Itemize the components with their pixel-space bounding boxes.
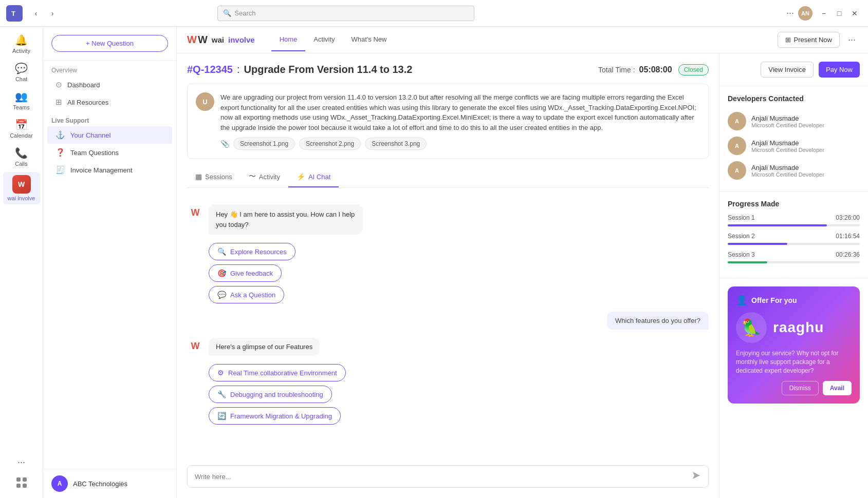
rail-item-calls[interactable]: 📞 Calls (3, 144, 40, 170)
title-bar-nav: ‹ › (29, 6, 60, 21)
app-nav: Home Activity What's New (271, 28, 395, 51)
explore-resources-button[interactable]: 🔍 Explore Resources (209, 243, 296, 260)
user-avatar[interactable]: AN (798, 6, 812, 21)
rail-item-waiinvolve[interactable]: W wai involve (3, 172, 40, 204)
question-id: #Q-12345 (187, 64, 233, 75)
realtime-button[interactable]: ⚙ Real Time collaborative Environment (209, 364, 346, 381)
present-icon: ⊞ (785, 36, 791, 44)
more-options-icon[interactable]: ··· (786, 8, 794, 18)
rail-item-calendar[interactable]: 📅 Calendar (3, 116, 40, 142)
wai-involve-icon: W (12, 175, 31, 194)
attachment-3[interactable]: Screenshot 3.png (365, 138, 427, 150)
progress-bar-bg-3 (728, 261, 860, 263)
total-time-value: 05:08:00 (639, 65, 672, 74)
bot-greeting-message: W Hey 👋 I am here to assist you. How can… (187, 204, 709, 235)
offer-card: 👤 Offer For you 🦜 raaghu Enjoying our se… (728, 286, 860, 404)
migration-button[interactable]: 🔄 Framework Migration & Upgrading (209, 407, 341, 425)
developer-item-1: A Anjali Musmade Microsoft Certified Dev… (728, 109, 860, 133)
rail-item-activity[interactable]: 🔔 Activity (3, 31, 40, 57)
progress-bar-fill-3 (728, 261, 767, 263)
give-feedback-button[interactable]: 🎯 Give feedback (209, 264, 282, 282)
chat-input-area (187, 465, 709, 488)
attachment-2[interactable]: Screenshot 2.png (299, 138, 361, 150)
developers-section: Developers Contacted A Anjali Musmade Mi… (719, 86, 868, 191)
ai-chat-tab-icon: ⚡ (297, 173, 305, 181)
question-user-avatar: U (196, 92, 214, 111)
maximize-button[interactable]: □ (832, 6, 846, 21)
anchor-icon: ⚓ (56, 130, 65, 140)
sidebar-top: + New Question (43, 27, 176, 61)
developers-title: Developers Contacted (728, 94, 860, 103)
sidebar-item-invoice-management[interactable]: 🧾 Invoice Management (47, 161, 172, 179)
attachment-1[interactable]: Screenshot 1.png (233, 138, 295, 150)
question-card: U We are upgrading our project from vers… (187, 84, 709, 159)
progress-session-3: Session 3 00:26:36 (728, 251, 860, 263)
realtime-icon: ⚙ (217, 369, 224, 377)
sidebar-item-dashboard[interactable]: ⊙ Dashboard (47, 76, 172, 93)
live-support-label: Live Support (43, 111, 176, 126)
tab-activity[interactable]: 〜 Activity (241, 167, 288, 187)
nav-activity[interactable]: Activity (305, 28, 343, 51)
dev-title-1: Microsoft Certified Developer (751, 122, 860, 128)
nav-whats-new[interactable]: What's New (343, 28, 395, 51)
feedback-icon: 🎯 (217, 269, 226, 277)
header-right: ⊞ Present Now ··· (778, 32, 858, 48)
dev-name-1: Anjali Musmade (751, 114, 860, 122)
chat-area: W Hey 👋 I am here to assist you. How can… (187, 196, 709, 457)
attachment-icon: 📎 (220, 140, 229, 148)
sidebar-item-your-channel[interactable]: ⚓ Your Channel (47, 126, 172, 144)
offer-header: 👤 Offer For you (736, 295, 852, 306)
rail-item-teams[interactable]: 👥 Teams (3, 87, 40, 113)
svg-rect-3 (23, 477, 27, 482)
nav-home[interactable]: Home (271, 28, 306, 51)
progress-title: Progress Made (728, 200, 860, 208)
close-button[interactable]: ✕ (847, 6, 862, 21)
question-header: #Q-12345 : Upgrade From Version 11.4 to … (187, 64, 709, 75)
dev-avatar-3: A (728, 161, 746, 180)
minimize-button[interactable]: − (817, 6, 831, 21)
bot-features-bubble: Here's a glimpse of our Features (209, 338, 320, 356)
search-icon: 🔍 (223, 9, 231, 17)
bot-bubble-greeting: Hey 👋 I am here to assist you. How can I… (209, 204, 363, 235)
header-more-icon[interactable]: ··· (846, 32, 858, 47)
more-icon[interactable]: ··· (13, 453, 29, 472)
teams-icon: T (6, 5, 23, 22)
view-invoice-button[interactable]: View Invoice (761, 62, 814, 78)
apps-icon[interactable] (13, 474, 30, 494)
migration-icon: 🔄 (217, 412, 226, 420)
present-now-button[interactable]: ⊞ Present Now (778, 32, 840, 48)
sidebar-item-team-questions[interactable]: ❓ Team Questions (47, 144, 172, 161)
tab-sessions[interactable]: ▦ Sessions (187, 167, 241, 187)
progress-bar-fill-2 (728, 243, 787, 245)
send-button[interactable] (692, 471, 701, 482)
logo-wai: wai (212, 35, 224, 44)
back-button[interactable]: ‹ (29, 6, 43, 21)
tab-ai-chat[interactable]: ⚡ AI Chat (288, 167, 339, 187)
title-bar: T ‹ › 🔍 Search ··· AN − □ ✕ (0, 0, 868, 27)
sessions-tab-icon: ▦ (195, 173, 202, 181)
company-name: ABC Technologies (73, 480, 127, 488)
question-body: We are upgrading our project from versio… (220, 92, 700, 132)
forward-button[interactable]: › (45, 6, 60, 21)
ask-question-button[interactable]: 💬 Ask a Question (209, 286, 284, 303)
dismiss-button[interactable]: Dismiss (782, 381, 819, 395)
new-question-button[interactable]: + New Question (51, 35, 168, 52)
question-name: Upgrade From Version 11.4 to 13.2 (244, 64, 413, 75)
title-bar-right: ··· AN − □ ✕ (786, 6, 862, 21)
chat-options: 🔍 Explore Resources 🎯 Give feedback 💬 As… (209, 243, 709, 303)
icon-rail: 🔔 Activity 💬 Chat 👥 Teams 📅 Calendar 📞 C… (0, 27, 43, 498)
avail-button[interactable]: Avail (823, 381, 852, 395)
dev-name-2: Anjali Musmade (751, 139, 860, 147)
progress-section: Progress Made Session 1 03:26:00 Session… (719, 191, 868, 278)
rail-item-chat[interactable]: 💬 Chat (3, 59, 40, 85)
sidebar-item-all-resources[interactable]: ⊞ All Resources (47, 93, 172, 111)
pay-now-button[interactable]: Pay Now (819, 62, 860, 78)
bot-features-message: W Here's a glimpse of our Features (187, 338, 709, 356)
question-title: #Q-12345 : Upgrade From Version 11.4 to … (187, 64, 592, 75)
chat-input[interactable] (195, 473, 687, 481)
debugging-button[interactable]: 🔧 Debugging and troubleshooting (209, 386, 332, 403)
logo-involve: involve (228, 35, 255, 44)
title-search-bar[interactable]: 🔍 Search (217, 6, 474, 21)
company-avatar: A (51, 475, 68, 492)
window-controls: − □ ✕ (817, 6, 862, 21)
